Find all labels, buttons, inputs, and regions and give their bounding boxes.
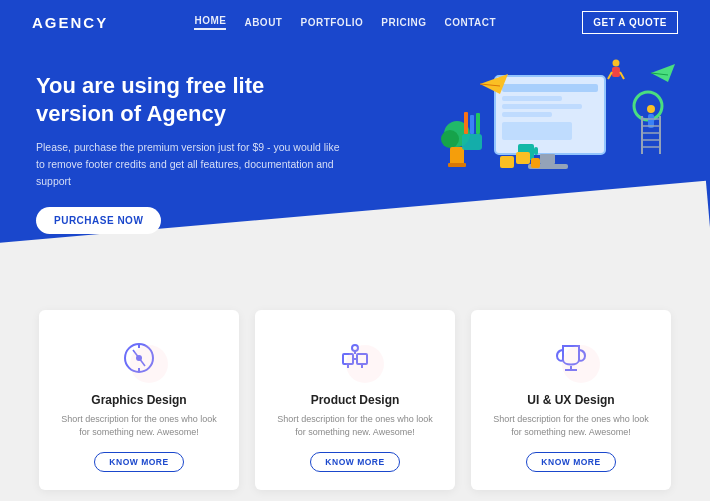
- hero-title: You are using free lite version of Agenc…: [36, 72, 346, 127]
- nav-about[interactable]: ABOUT: [244, 17, 282, 28]
- svg-rect-5: [502, 122, 572, 140]
- pencils-cup-svg: [460, 112, 484, 152]
- hero-illustration: [420, 54, 680, 274]
- icon-bg-graphics: [130, 345, 168, 383]
- svg-rect-32: [500, 156, 514, 168]
- svg-rect-37: [476, 113, 480, 134]
- svg-rect-38: [462, 134, 482, 150]
- navbar: AGENCY HOME ABOUT PORTFOLIO PRICING CONT…: [0, 0, 710, 44]
- card-icon-uiux: [542, 333, 600, 383]
- nav-contact[interactable]: CONTACT: [444, 17, 496, 28]
- know-more-uiux-button[interactable]: KNOW MORE: [526, 452, 615, 472]
- hero-description: Please, purchase the premium version jus…: [36, 139, 346, 189]
- card-graphics-design: Graphics Design Short description for th…: [39, 310, 239, 490]
- icon-bg-uiux: [562, 345, 600, 383]
- paper-plane-yellow: [480, 74, 508, 98]
- yellow-blocks-svg: [500, 152, 540, 168]
- card-product-design: Product Design Short description for the…: [255, 310, 455, 490]
- hero-content: You are using free lite version of Agenc…: [36, 72, 346, 234]
- svg-line-30: [608, 72, 612, 79]
- card-desc-graphics: Short description for the ones who look …: [55, 413, 223, 440]
- nav-links: HOME ABOUT PORTFOLIO PRICING CONTACT: [194, 15, 496, 30]
- yellow-blocks: [500, 152, 540, 172]
- card-icon-graphics: [110, 333, 168, 383]
- svg-point-15: [647, 105, 655, 113]
- svg-rect-1: [502, 84, 598, 92]
- svg-rect-35: [464, 112, 468, 134]
- person-top: [607, 59, 625, 87]
- card-title-product: Product Design: [311, 393, 400, 407]
- svg-rect-33: [516, 152, 530, 164]
- card-ui-ux-design: UI & UX Design Short description for the…: [471, 310, 671, 490]
- card-title-graphics: Graphics Design: [91, 393, 186, 407]
- cards-section: Graphics Design Short description for th…: [0, 291, 710, 501]
- svg-point-9: [441, 130, 459, 148]
- pencils-cup: [460, 112, 484, 156]
- paper-plane-yellow-svg: [480, 74, 508, 94]
- get-quote-button[interactable]: GET A QUOTE: [582, 11, 678, 34]
- person-top-svg: [607, 59, 625, 83]
- svg-point-28: [613, 60, 620, 67]
- card-desc-product: Short description for the ones who look …: [271, 413, 439, 440]
- svg-rect-4: [502, 112, 552, 117]
- paper-plane-green-svg: [651, 64, 675, 82]
- card-desc-uiux: Short description for the ones who look …: [487, 413, 655, 440]
- svg-rect-34: [531, 158, 540, 168]
- logo: AGENCY: [32, 14, 108, 31]
- svg-rect-29: [612, 67, 620, 77]
- svg-line-31: [620, 72, 624, 79]
- svg-rect-6: [540, 154, 555, 164]
- card-icon-product: [326, 333, 384, 383]
- nav-home[interactable]: HOME: [194, 15, 226, 30]
- nav-portfolio[interactable]: PORTFOLIO: [300, 17, 363, 28]
- icon-bg-product: [346, 345, 384, 383]
- card-title-uiux: UI & UX Design: [527, 393, 614, 407]
- nav-pricing[interactable]: PRICING: [381, 17, 426, 28]
- svg-rect-11: [448, 163, 466, 167]
- hero-section: You are using free lite version of Agenc…: [0, 44, 710, 314]
- svg-rect-36: [470, 115, 474, 134]
- know-more-graphics-button[interactable]: KNOW MORE: [94, 452, 183, 472]
- paper-plane-green: [651, 64, 675, 86]
- person-ladder: [640, 104, 662, 158]
- svg-rect-2: [502, 96, 562, 101]
- purchase-now-button[interactable]: PURCHASE NOW: [36, 207, 161, 234]
- know-more-product-button[interactable]: KNOW MORE: [310, 452, 399, 472]
- svg-rect-3: [502, 104, 582, 109]
- person-ladder-svg: [640, 104, 662, 154]
